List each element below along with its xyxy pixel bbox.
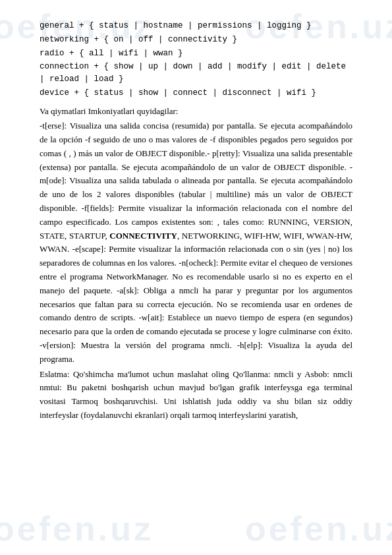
mono-line-5: device + { status | show | connect | dis… [40,87,352,100]
mono-commands-block: general + { status | hostname | permissi… [40,20,352,100]
main-content: general + { status | hostname | permissi… [0,0,392,442]
terse-label: -t[erse]: Visualiza una salida concisa (… [40,121,352,240]
mono-line-3: radio + { all | wifi | wwan } [40,47,352,60]
main-description: -t[erse]: Visualiza una salida concisa (… [40,119,352,366]
intro-label: Va qiymatlari Imkoniyatlari quyidagilar: [40,105,352,119]
mono-line-1: general + { status | hostname | permissi… [40,20,352,32]
rest-of-description: , NETWORKING, WIFI-HW, WIFI, WWAN-HW, WW… [40,231,352,364]
watermark-bottom-right: oefen.uz [245,509,392,548]
eslatma-paragraph: Eslatma: Qo'shimcha ma'lumot uchun masla… [40,368,352,423]
mono-line-2: networking + { on | off | connectivity } [40,34,352,46]
connectivity-word: CONNECTIVITY [109,231,177,241]
mono-line-4: connection + { show | up | down | add | … [40,61,352,86]
watermark-bottom-left: oefen.uz [0,509,154,548]
